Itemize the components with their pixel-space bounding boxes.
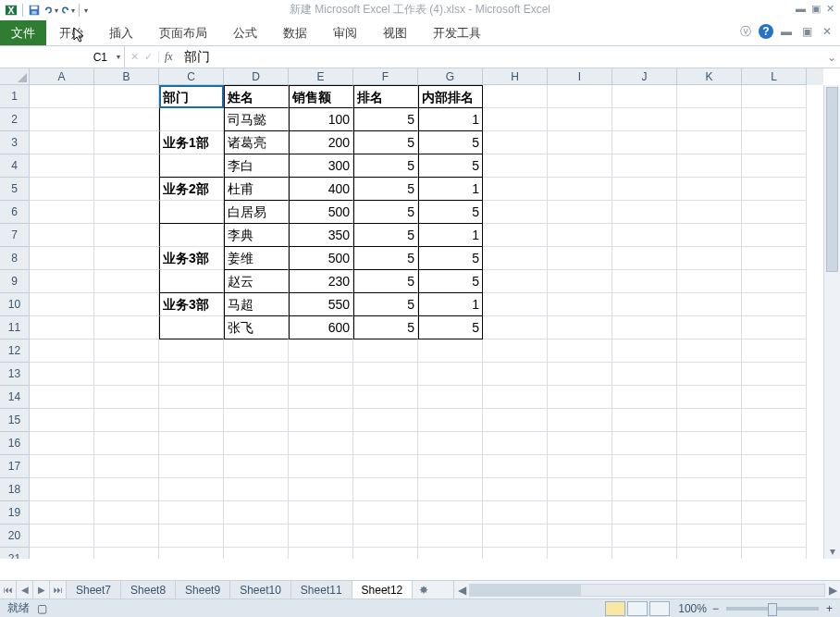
cell[interactable] [677,455,742,478]
cell[interactable]: 5 [353,131,418,154]
zoom-out-icon[interactable]: − [712,602,719,615]
cell[interactable] [483,178,548,201]
cell[interactable] [30,316,94,339]
vertical-scrollbar[interactable]: ▴ ▾ [823,85,840,559]
cell[interactable] [353,478,418,501]
cell[interactable] [548,432,612,455]
next-sheet-icon[interactable]: ▶ [33,581,50,598]
cell[interactable]: 1 [418,224,483,247]
cell[interactable] [94,501,159,524]
cell[interactable]: 排名 [353,85,418,108]
cell[interactable]: 业务3部 [159,247,224,270]
cell[interactable] [418,386,483,409]
cell[interactable] [224,524,289,548]
cell[interactable] [224,363,289,386]
cell[interactable] [742,108,807,131]
view-normal-icon[interactable] [605,601,625,616]
cell[interactable] [483,224,548,247]
cell[interactable] [742,478,807,501]
cell[interactable] [612,386,677,409]
cell[interactable] [289,478,353,501]
cell[interactable] [30,131,94,154]
col-header[interactable]: K [677,68,742,85]
cell[interactable] [612,455,677,478]
cell[interactable]: 300 [289,154,353,178]
cell[interactable] [548,316,612,339]
cell[interactable] [612,432,677,455]
cell[interactable] [612,224,677,247]
col-header[interactable]: F [353,68,418,85]
row-header[interactable]: 15 [0,409,30,432]
cell[interactable]: 500 [289,247,353,270]
row-header[interactable]: 16 [0,432,30,455]
cell[interactable] [353,501,418,524]
cell[interactable]: 诸葛亮 [224,131,289,154]
cell[interactable] [612,339,677,363]
cell[interactable] [612,131,677,154]
cell[interactable] [483,524,548,548]
cell[interactable] [30,201,94,224]
tab-view[interactable]: 视图 [370,20,420,45]
cell[interactable] [30,363,94,386]
minimize-icon[interactable]: ▬ [796,3,806,15]
macro-record-icon[interactable]: ▢ [37,602,47,615]
cell[interactable]: 赵云 [224,270,289,293]
cell[interactable] [30,154,94,178]
cell[interactable]: 白居易 [224,201,289,224]
cell[interactable] [289,386,353,409]
cell[interactable] [742,548,807,559]
cell[interactable] [418,501,483,524]
row-header[interactable]: 10 [0,293,30,316]
cell[interactable] [289,501,353,524]
file-tab[interactable]: 文件 [0,20,46,45]
tab-insert[interactable]: 插入 [96,20,146,45]
zoom-slider[interactable] [726,607,819,611]
cell[interactable] [548,131,612,154]
cell[interactable] [677,363,742,386]
cell[interactable] [742,247,807,270]
cell[interactable] [742,524,807,548]
chevron-down-icon[interactable]: ▾ [117,53,120,61]
cell[interactable] [94,270,159,293]
cell[interactable] [612,316,677,339]
cell[interactable] [159,501,224,524]
cell[interactable] [548,293,612,316]
cell[interactable] [418,339,483,363]
cell[interactable] [742,501,807,524]
cell[interactable] [742,455,807,478]
cell[interactable] [30,524,94,548]
cell[interactable] [742,178,807,201]
row-header[interactable]: 4 [0,154,30,178]
cell[interactable] [677,85,742,108]
ribbon-min-icon[interactable]: ⓥ [738,24,753,39]
cell[interactable] [30,339,94,363]
cell[interactable] [353,339,418,363]
cell[interactable] [548,224,612,247]
cell[interactable] [418,432,483,455]
cell[interactable] [224,548,289,559]
row-header[interactable]: 20 [0,524,30,548]
cell[interactable]: 5 [353,108,418,131]
cell[interactable] [159,386,224,409]
fx-label[interactable]: fx [159,50,179,64]
cell[interactable] [483,154,548,178]
doc-min-icon[interactable]: ▬ [779,24,794,39]
cell[interactable] [30,455,94,478]
cell[interactable] [94,131,159,154]
cell[interactable] [159,316,224,339]
cell[interactable] [94,178,159,201]
cell[interactable] [94,224,159,247]
cell[interactable]: 1 [418,178,483,201]
cell[interactable] [353,548,418,559]
row-header[interactable]: 11 [0,316,30,339]
col-header[interactable]: L [742,68,807,85]
col-header[interactable]: H [483,68,548,85]
view-break-icon[interactable] [649,601,670,616]
row-header[interactable]: 18 [0,478,30,501]
new-sheet-icon[interactable]: ✸ [413,581,435,598]
cell[interactable] [94,409,159,432]
hscroll-thumb[interactable] [470,585,581,596]
cell[interactable] [289,548,353,559]
cell[interactable] [94,478,159,501]
cell[interactable]: 业务1部 [159,131,224,154]
